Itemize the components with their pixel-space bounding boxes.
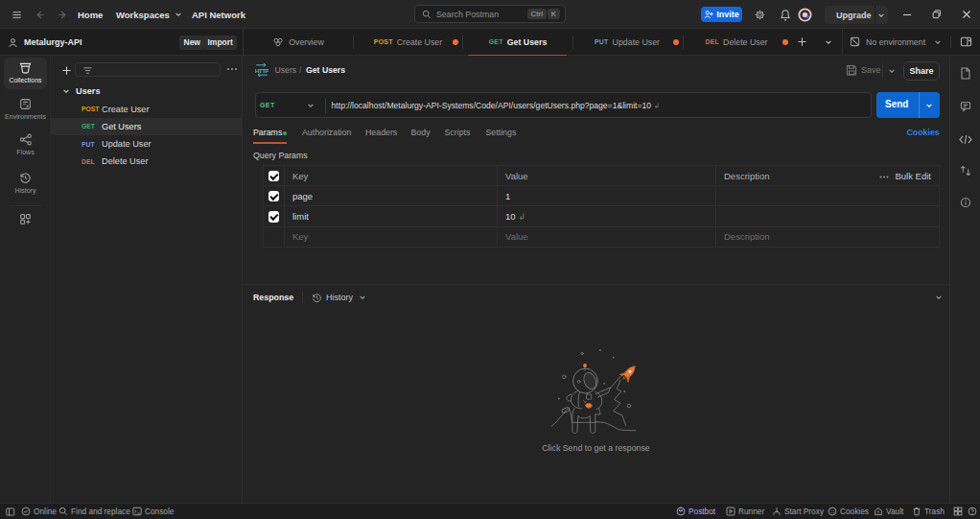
svg-text:HTTP: HTTP <box>255 67 268 74</box>
